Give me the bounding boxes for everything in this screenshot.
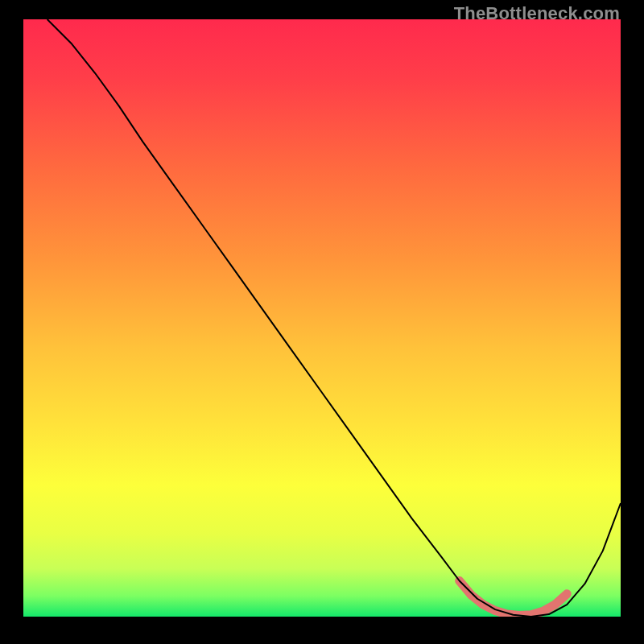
gradient-background xyxy=(23,19,621,617)
bottleneck-chart xyxy=(23,19,621,617)
chart-frame xyxy=(23,19,621,617)
watermark-text: TheBottleneck.com xyxy=(454,3,620,24)
